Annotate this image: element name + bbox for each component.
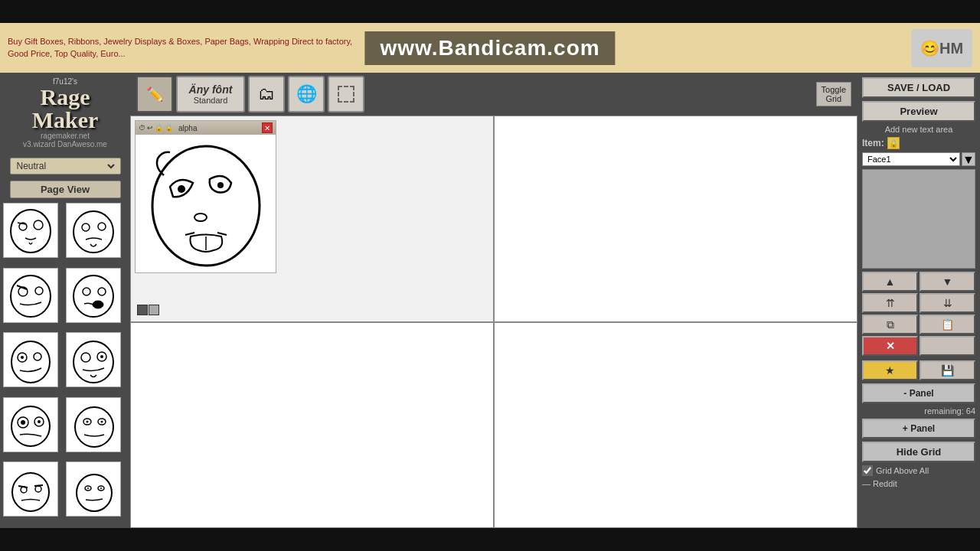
paste-button[interactable]: 📋 [920, 315, 975, 334]
face-item-4[interactable] [66, 268, 121, 323]
layers-icon: 🗂 [258, 84, 275, 104]
app-title: Rage Maker [6, 86, 124, 132]
app-version: ragemaker.net v3.wizard DanAweso.me [6, 132, 124, 148]
face-item-2[interactable] [66, 203, 121, 258]
toggle-grid-area: ToggleGrid [816, 82, 851, 106]
grid-above-row: Grid Above All [862, 465, 975, 476]
item-arrow-button[interactable]: ▼ [962, 152, 975, 166]
right-panel: SAVE / LOAD Preview Add new text area It… [858, 73, 980, 528]
pencil-tool-button[interactable]: ✏️ [136, 76, 173, 112]
face-item-5[interactable] [3, 332, 58, 387]
svg-point-0 [11, 210, 51, 253]
mood-select[interactable]: Neutral [14, 160, 117, 172]
panel-star-button[interactable] [920, 336, 975, 356]
face-item-10[interactable] [66, 461, 121, 517]
lock-icon-1: 🔒 [155, 124, 163, 132]
svg-point-41 [87, 487, 89, 489]
svg-point-44 [178, 185, 185, 193]
preview-button[interactable]: Preview [862, 101, 975, 122]
font-selector-button[interactable]: Äny fônt Standard [176, 76, 245, 112]
canvas-panel-top-right[interactable] [494, 116, 858, 322]
grid-above-checkbox[interactable] [862, 465, 873, 476]
layers-tool-button[interactable]: 🗂 [248, 76, 285, 112]
grid-above-label: Grid Above All [876, 466, 929, 475]
main-content: f7u12's Rage Maker ragemaker.net v3.wiza… [0, 73, 980, 528]
font-standard-label: Standard [194, 96, 228, 105]
panel-plus-button[interactable]: + Panel [862, 419, 975, 439]
svg-point-15 [11, 341, 50, 383]
remaining-text: remaining: 64 [862, 406, 975, 416]
bandicam-watermark: www.Bandicam.com [364, 31, 615, 65]
bottom-black-bar [0, 528, 980, 551]
svg-point-42 [100, 487, 102, 489]
add-text-label: Add new text area [862, 125, 975, 134]
move-down-button[interactable]: ▼ [920, 272, 975, 292]
hide-grid-button[interactable]: Hide Grid [862, 442, 975, 462]
face-item-7[interactable] [3, 397, 58, 452]
face-grid [0, 200, 130, 528]
face-item-1[interactable] [3, 203, 58, 258]
copy-button[interactable]: ⧉ [862, 315, 918, 334]
face-window: ⏱ ↩ 🔒 🔒 alpha ✕ [135, 120, 276, 273]
selection-icon [338, 86, 354, 103]
face-window-titlebar: ⏱ ↩ 🔒 🔒 alpha ✕ [136, 121, 276, 135]
svg-point-31 [86, 421, 88, 423]
save-load-button[interactable]: SAVE / LOAD [862, 77, 975, 98]
item-dropdown[interactable]: Face1 [862, 152, 960, 166]
face-window-content [136, 135, 276, 272]
canvas-panel-bottom-right[interactable] [494, 322, 858, 529]
sidebar: f7u12's Rage Maker ragemaker.net v3.wiza… [0, 73, 130, 528]
globe-tool-button[interactable]: 🌐 [288, 76, 325, 112]
delete-button[interactable]: ✕ [862, 336, 918, 356]
face-item-3[interactable] [3, 268, 58, 323]
svg-point-26 [21, 420, 25, 425]
timer-icon: ⏱ [139, 124, 145, 132]
toggle-grid-button[interactable]: ToggleGrid [816, 82, 851, 106]
svg-point-27 [38, 420, 41, 423]
top-black-bar [0, 0, 980, 23]
font-any-label: Äny fônt [189, 83, 233, 96]
ad-logo: 😊HM [911, 29, 972, 67]
ad-banner: Buy Gift Boxes, Ribbons, Jewelry Display… [0, 23, 980, 73]
move-bottom-button[interactable]: ⇊ [920, 293, 975, 313]
panel-minus-button[interactable]: - Panel [862, 383, 975, 403]
toolbar: ✏️ Äny fônt Standard 🗂 🌐 ToggleGrid [130, 73, 858, 116]
move-top-button[interactable]: ⇈ [862, 293, 918, 313]
size-box-dark-1 [137, 305, 148, 315]
save-item-button[interactable]: 💾 [920, 360, 975, 380]
face-item-8[interactable] [66, 397, 121, 452]
face-window-title: alpha [178, 124, 197, 132]
lock-icon-2: 🔒 [165, 124, 173, 132]
move-up-button[interactable]: ▲ [862, 272, 918, 292]
app-title-area: f7u12's Rage Maker ragemaker.net v3.wiza… [0, 73, 130, 153]
svg-point-14 [93, 301, 103, 308]
globe-icon: 🌐 [296, 84, 317, 104]
size-box-light-1 [149, 305, 159, 315]
selection-tool-button[interactable] [328, 76, 364, 112]
pencil-icon: ✏️ [146, 86, 163, 103]
page-view-button[interactable]: Page View [10, 181, 121, 198]
face-item-9[interactable] [3, 461, 58, 517]
face-item-6[interactable] [66, 332, 121, 387]
ad-text: Buy Gift Boxes, Ribbons, Jewelry Display… [8, 36, 375, 60]
star-button[interactable]: ★ [862, 360, 918, 380]
svg-point-33 [12, 473, 49, 511]
size-boxes [137, 305, 159, 315]
item-preview-box [862, 169, 975, 269]
item-row: Item: 🔒 [862, 137, 975, 149]
undo-icon: ↩ [147, 124, 153, 132]
main-face-svg [141, 137, 271, 271]
mood-dropdown[interactable]: Neutral [10, 158, 121, 174]
svg-point-45 [217, 182, 224, 188]
canvas-area: ✏️ Äny fônt Standard 🗂 🌐 ToggleGrid [130, 73, 858, 528]
face-window-close-button[interactable]: ✕ [262, 122, 273, 133]
svg-point-11 [74, 276, 113, 317]
reddit-text: — Reddit [862, 479, 975, 488]
canvas-panels: ⏱ ↩ 🔒 🔒 alpha ✕ [130, 116, 858, 528]
svg-point-32 [100, 421, 103, 423]
item-lock-icon[interactable]: 🔒 [887, 137, 900, 149]
control-buttons: ▲ ▼ ⇈ ⇊ ⧉ 📋 ✕ [862, 272, 975, 356]
svg-point-38 [77, 474, 112, 511]
canvas-panel-bottom-left[interactable] [130, 322, 494, 529]
canvas-panel-top-left[interactable]: ⏱ ↩ 🔒 🔒 alpha ✕ [130, 116, 494, 322]
